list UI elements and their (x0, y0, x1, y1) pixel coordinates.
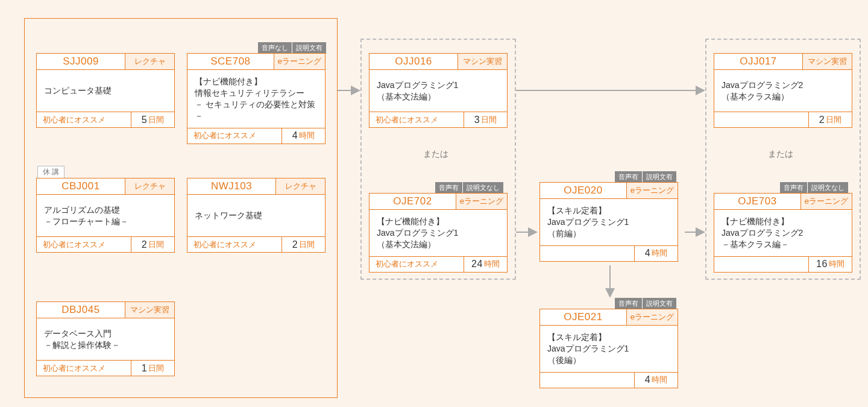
recommended-badge (714, 112, 808, 127)
course-code: OJJ016 (370, 54, 458, 69)
recommended-badge: 初心者にオススメ (370, 257, 464, 272)
course-title: ネットワーク基礎 (187, 194, 325, 236)
course-type: マシン実習 (802, 54, 852, 69)
course-type: eラーニング (456, 194, 507, 209)
course-code: NWJ103 (187, 178, 275, 194)
or-label: または (768, 149, 793, 160)
course-duration: 24 時間 (464, 257, 507, 272)
course-card-nwj103[interactable]: NWJ103 レクチャ ネットワーク基礎 初心者にオススメ 2 日間 (187, 178, 326, 253)
course-card-dbj045[interactable]: DBJ045 マシン実習 データベース入門 －解説と操作体験－ 初心者にオススメ… (36, 301, 175, 376)
course-duration: 2 日間 (808, 112, 852, 127)
course-duration: 1 日間 (131, 361, 174, 376)
badges-sce708: 音声なし 説明文有 (258, 42, 326, 54)
course-code: OJE702 (370, 194, 456, 209)
course-code: OJE703 (714, 194, 800, 209)
recommended-badge: 初心者にオススメ (37, 237, 131, 252)
status-suspended: 休 講 (37, 166, 64, 178)
recommended-badge: 初心者にオススメ (187, 128, 281, 144)
course-type: eラーニング (626, 309, 678, 325)
course-duration: 4 時間 (634, 246, 678, 261)
course-duration: 2 日間 (131, 237, 174, 252)
badges-oje702: 音声有 説明文なし (435, 182, 503, 194)
course-title: 【スキル定着】 Javaプログラミング1 （後編） (540, 325, 678, 372)
course-card-sjj009[interactable]: SJJ009 レクチャ コンピュータ基礎 初心者にオススメ 5 日間 (36, 53, 175, 128)
course-duration: 4 時間 (634, 373, 678, 388)
course-title: 【ナビ機能付き】 Javaプログラミング1 （基本文法編） (370, 209, 507, 256)
course-duration: 4 時間 (281, 128, 325, 144)
course-title: コンピュータ基礎 (37, 69, 174, 112)
course-duration: 5 日間 (131, 112, 174, 127)
course-code: OJE021 (540, 309, 626, 325)
recommended-badge: 初心者にオススメ (37, 112, 131, 127)
course-type: マシン実習 (125, 302, 174, 318)
course-title: データベース入門 －解説と操作体験－ (37, 318, 174, 360)
course-code: OJE020 (540, 183, 626, 198)
course-title: Javaプログラミング1 （基本文法編） (370, 69, 507, 112)
course-duration: 3 日間 (464, 112, 507, 127)
course-card-oje020[interactable]: OJE020 eラーニング 【スキル定着】 Javaプログラミング1 （前編） … (539, 182, 678, 262)
course-duration: 16 時間 (808, 257, 852, 272)
badges-oje021: 音声有 説明文有 (615, 298, 676, 309)
course-card-oje703[interactable]: OJE703 eラーニング 【ナビ機能付き】 Javaプログラミング2 －基本ク… (714, 193, 852, 273)
recommended-badge (540, 246, 634, 261)
recommended-badge: 初心者にオススメ (187, 237, 281, 252)
or-label: または (423, 149, 448, 160)
course-card-ojj017[interactable]: OJJ017 マシン実習 Javaプログラミング2 （基本クラス編） 2 日間 (714, 53, 852, 128)
course-title: アルゴリズムの基礎 －フローチャート編－ (37, 194, 174, 236)
course-card-oje702[interactable]: OJE702 eラーニング 【ナビ機能付き】 Javaプログラミング1 （基本文… (369, 193, 508, 273)
course-card-oje021[interactable]: OJE021 eラーニング 【スキル定着】 Javaプログラミング1 （後編） … (539, 309, 678, 388)
recommended-badge (540, 373, 634, 388)
course-title: 【ナビ機能付き】 情報セキュリティリテラシー － セキュリティの必要性と対策－ (187, 69, 325, 128)
course-type: eラーニング (274, 54, 325, 69)
course-card-ojj016[interactable]: OJJ016 マシン実習 Javaプログラミング1 （基本文法編） 初心者にオス… (369, 53, 508, 128)
course-type: レクチャ (125, 178, 174, 194)
course-card-cbj001[interactable]: CBJ001 レクチャ アルゴリズムの基礎 －フローチャート編－ 初心者にオスス… (36, 178, 175, 253)
course-title: Javaプログラミング2 （基本クラス編） (714, 69, 852, 112)
course-card-sce708[interactable]: SCE708 eラーニング 【ナビ機能付き】 情報セキュリティリテラシー － セ… (187, 53, 326, 144)
course-type: eラーニング (800, 194, 852, 209)
course-code: SJJ009 (37, 54, 125, 69)
course-code: CBJ001 (37, 178, 125, 194)
course-code: DBJ045 (37, 302, 125, 318)
recommended-badge: 初心者にオススメ (370, 112, 464, 127)
recommended-badge: 初心者にオススメ (37, 361, 131, 376)
course-code: SCE708 (187, 54, 274, 69)
course-title: 【ナビ機能付き】 Javaプログラミング2 －基本クラス編－ (714, 209, 852, 256)
course-duration: 2 日間 (281, 237, 325, 252)
course-title: 【スキル定着】 Javaプログラミング1 （前編） (540, 198, 678, 245)
course-type: マシン実習 (458, 54, 507, 69)
recommended-badge (714, 257, 808, 272)
course-type: レクチャ (125, 54, 174, 69)
course-code: OJJ017 (714, 54, 802, 69)
course-type: eラーニング (626, 183, 678, 198)
badges-oje703: 音声有 説明文なし (780, 182, 848, 194)
badges-oje020: 音声有 説明文有 (615, 171, 676, 183)
course-type: レクチャ (275, 178, 325, 194)
